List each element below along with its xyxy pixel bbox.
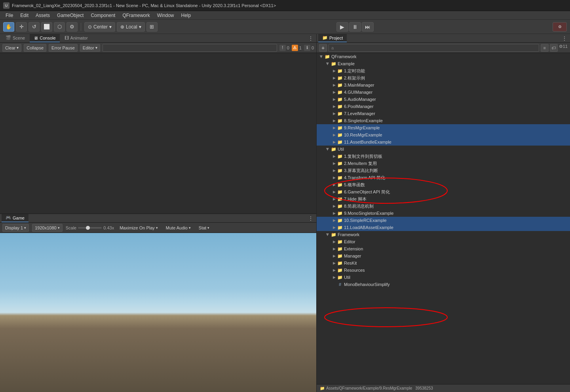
tree-item-probability[interactable]: ▶ 📁 5.概率函数 <box>317 181 570 188</box>
tree-item-simple-rc[interactable]: ▶ 📁 10.SimpleRCExample <box>317 217 570 224</box>
display-dropdown[interactable]: Display 1 <box>2 224 29 232</box>
info-count: 0 <box>312 45 314 50</box>
error-pause-button[interactable]: Error Pause <box>49 44 78 52</box>
collapse-label: Collapse <box>27 45 44 50</box>
label-hide-script: 7.Hide 脚本 <box>344 196 367 202</box>
console-search-input[interactable] <box>103 44 277 52</box>
step-button[interactable]: ⏭ <box>362 22 374 32</box>
tree-item-audio-manager[interactable]: ▶ 📁 5.AudioManager <box>317 96 570 103</box>
scale-slider[interactable] <box>78 227 102 229</box>
resolution-dropdown[interactable]: 1920x1080 <box>32 224 62 232</box>
folder-icon-status: 📁 <box>320 386 325 390</box>
console-panel-menu[interactable]: ⋮ <box>307 34 315 42</box>
tree-item-manager[interactable]: ▶ 📁 Manager <box>317 252 570 259</box>
tab-animator[interactable]: 🎞 Animator <box>61 34 92 42</box>
arrow-mono-singleton: ▶ <box>331 210 337 216</box>
label-util2: Util <box>344 275 350 280</box>
tree-item-extension[interactable]: ▶ 📁 Extension <box>317 245 570 252</box>
warn-badge[interactable]: ⚠ 1 <box>292 45 302 51</box>
tree-item-gui-manager[interactable]: ▶ 📁 4.GUIManager <box>317 89 570 96</box>
game-panel-menu[interactable]: ⋮ <box>307 214 315 222</box>
clear-button[interactable]: Clear <box>2 44 21 52</box>
tree-item-resources[interactable]: ▶ 📁 Resources <box>317 267 570 274</box>
cloud-collab-btn[interactable]: ⚙ <box>553 22 567 32</box>
mute-btn[interactable]: Mute Audio <box>163 224 193 232</box>
tree-item-singleton-example[interactable]: ▶ 📁 8.SingletonExample <box>317 117 570 124</box>
status-path: Assets/QFramework/Example/9.ResMgrExampl… <box>326 386 412 390</box>
stats-btn[interactable]: Stat <box>196 224 212 232</box>
tool-rect[interactable]: ⬡ <box>54 22 65 32</box>
tree-item-screen-ratio[interactable]: ▶ 📁 3.屏幕宽高比判断 <box>317 167 570 174</box>
tool-transform[interactable]: ⚙ <box>66 22 78 32</box>
scale-control: Scale 0.43x <box>66 225 114 230</box>
add-asset-button[interactable]: + <box>319 44 327 52</box>
tree-item-reskit[interactable]: ▶ 📁 ResKit <box>317 259 570 267</box>
tree-item-editor[interactable]: ▶ 📁 Editor <box>317 238 570 245</box>
menu-assets[interactable]: Assets <box>32 12 53 19</box>
tool-hand[interactable]: ✋ <box>3 22 14 32</box>
game-toolbar: Display 1 1920x1080 Scale 0.43x Maximize… <box>0 223 316 233</box>
error-badge[interactable]: ! 0 <box>279 45 289 51</box>
tree-item-gameobject-api[interactable]: ▶ 📁 6.GameObject API 简化 <box>317 188 570 195</box>
maximize-btn[interactable]: Maximize On Play <box>117 224 160 232</box>
menu-file[interactable]: File <box>2 12 16 19</box>
tree-item-assetbundle[interactable]: ▶ 📁 11.AssetBundleExample <box>317 138 570 146</box>
tree-item-resmgr-10[interactable]: ▶ 📁 10.ResMgrExample <box>317 131 570 138</box>
tab-console[interactable]: 🖥 Console <box>30 34 59 42</box>
tree-item-load-ab[interactable]: ▶ 📁 11.LoadABAssetExample <box>317 224 570 231</box>
tree-item-example[interactable]: ▶ 📁 Example <box>317 60 570 67</box>
info-badge[interactable]: ℹ 0 <box>304 45 314 51</box>
tree-item-copy-clipboard[interactable]: ▶ 📁 1.复制文件到剪切板 <box>317 153 570 160</box>
folder-icon-qframework: 📁 <box>325 54 330 59</box>
tab-project[interactable]: 📁 Project <box>318 34 347 42</box>
menu-component[interactable]: Component <box>87 12 118 19</box>
error-badge-icon: ! <box>279 45 286 51</box>
tree-item-mono-singleton[interactable]: ▶ 📁 9.MonoSingletonExample <box>317 210 570 217</box>
console-panel: 🎬 Scene 🖥 Console 🎞 Animator ⋮ Clear <box>0 34 316 214</box>
label-framework-demo: 2.框架示例 <box>344 75 365 81</box>
project-search-input[interactable] <box>329 44 539 52</box>
pause-button[interactable]: ⏸ <box>349 22 361 32</box>
tool-move[interactable]: ✛ <box>16 22 27 32</box>
tool-rotate[interactable]: ↺ <box>28 22 40 32</box>
tree-item-transform-api[interactable]: ▶ 📁 4.Transform API 简化 <box>317 174 570 181</box>
menu-window[interactable]: Window <box>154 12 177 19</box>
tree-item-qframework[interactable]: ▶ 📁 QFramework <box>317 53 570 60</box>
search-by-label-btn[interactable]: 🏷 <box>550 44 558 52</box>
folder-icon-resmgr-9: 📁 <box>337 125 343 131</box>
tree-item-framework-demo[interactable]: ▶ 📁 2.框架示例 <box>317 74 570 81</box>
tab-scene[interactable]: 🎬 Scene <box>2 34 29 42</box>
tree-item-timer[interactable]: ▶ 📁 1.定时功能 <box>317 67 570 74</box>
project-tabs: 📁 Project ⋮ <box>317 34 570 43</box>
project-panel-menu[interactable]: ⋮ <box>560 34 568 42</box>
play-button[interactable]: ▶ <box>336 22 348 32</box>
folder-icon-util2: 📁 <box>337 275 343 280</box>
tree-item-pool-manager[interactable]: ▶ 📁 6.PoolManager <box>317 103 570 110</box>
tree-item-main-manager[interactable]: ▶ 📁 3.MainManager <box>317 81 570 89</box>
tree-item-hide-script[interactable]: ▶ 📁 7.Hide 脚本 <box>317 195 570 203</box>
tool-scale[interactable]: ⬜ <box>41 22 52 32</box>
tree-item-simple-msg[interactable]: ▶ 📁 8.简易消息机制 <box>317 203 570 210</box>
grid-btn[interactable]: ⊞ <box>146 22 158 32</box>
arrow-qframework: ▶ <box>318 53 325 60</box>
tree-item-mono-behaviour[interactable]: ▶ # MonoBehaviourSimplify <box>317 281 570 288</box>
tree-item-resmgr-9[interactable]: ▶ 📁 9.ResMgrExample <box>317 124 570 131</box>
menu-help[interactable]: Help <box>178 12 194 19</box>
animator-tab-icon: 🎞 <box>65 36 69 40</box>
center-arrow: ▾ <box>109 24 112 30</box>
tab-game[interactable]: 🎮 Game <box>2 214 28 222</box>
tree-item-menu-item[interactable]: ▶ 📁 2.MenuItem 复用 <box>317 160 570 167</box>
tree-item-framework[interactable]: ▶ 📁 Framework <box>317 231 570 238</box>
collapse-button[interactable]: Collapse <box>24 44 46 52</box>
center-dropdown[interactable]: ⊙ Center ▾ <box>84 22 115 32</box>
menu-qframework[interactable]: QFramework <box>119 12 153 19</box>
menu-gameobject[interactable]: GameObject <box>54 12 87 19</box>
tree-item-util2[interactable]: ▶ 📁 Util <box>317 274 570 281</box>
tree-item-level-manager[interactable]: ▶ 📁 7.LevelManager <box>317 110 570 117</box>
search-by-type-btn[interactable]: ≡ <box>541 44 549 52</box>
editor-dropdown[interactable]: Editor <box>80 44 100 52</box>
local-dropdown[interactable]: ⊕ Local ▾ <box>117 22 145 32</box>
tree-item-util[interactable]: ▶ 📁 Util <box>317 146 570 153</box>
clear-label: Clear <box>5 45 15 50</box>
menu-edit[interactable]: Edit <box>17 12 32 19</box>
